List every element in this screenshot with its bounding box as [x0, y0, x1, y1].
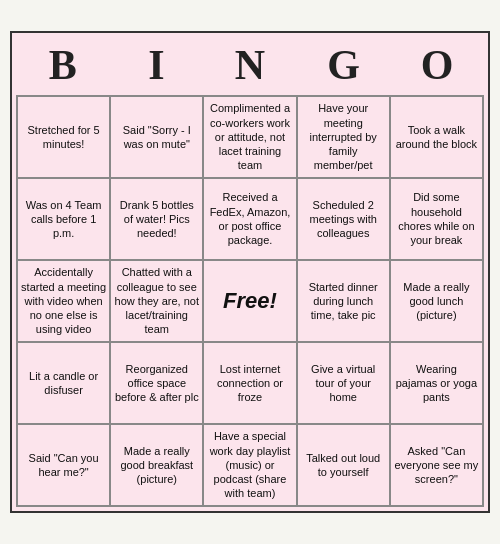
header-letter-o: O: [393, 41, 481, 89]
cell-7[interactable]: Received a FedEx, Amazon, or post office…: [203, 178, 296, 260]
cell-6[interactable]: Drank 5 bottles of water! Pics needed!: [110, 178, 203, 260]
cell-13[interactable]: Started dinner during lunch time, take p…: [297, 260, 390, 342]
cell-free[interactable]: Free!: [203, 260, 296, 342]
cell-14[interactable]: Made a really good lunch (picture): [390, 260, 483, 342]
cell-19[interactable]: Wearing pajamas or yoga pants: [390, 342, 483, 424]
cell-10[interactable]: Accidentally started a meeting with vide…: [17, 260, 110, 342]
cell-24[interactable]: Asked "Can everyone see my screen?": [390, 424, 483, 506]
cell-1[interactable]: Said "Sorry - I was on mute": [110, 96, 203, 178]
cell-20[interactable]: Said "Can you hear me?": [17, 424, 110, 506]
cell-21[interactable]: Made a really good breakfast (picture): [110, 424, 203, 506]
cell-5[interactable]: Was on 4 Team calls before 1 p.m.: [17, 178, 110, 260]
bingo-grid: Stretched for 5 minutes! Said "Sorry - I…: [16, 95, 484, 507]
cell-15[interactable]: Lit a candle or disfuser: [17, 342, 110, 424]
cell-3[interactable]: Have your meeting interrupted by family …: [297, 96, 390, 178]
cell-17[interactable]: Lost internet connection or froze: [203, 342, 296, 424]
header-letter-n: N: [206, 41, 294, 89]
cell-9[interactable]: Did some household chores while on your …: [390, 178, 483, 260]
bingo-header: B I N G O: [16, 37, 484, 95]
header-letter-b: B: [19, 41, 107, 89]
cell-0[interactable]: Stretched for 5 minutes!: [17, 96, 110, 178]
cell-4[interactable]: Took a walk around the block: [390, 96, 483, 178]
cell-23[interactable]: Talked out loud to yourself: [297, 424, 390, 506]
cell-18[interactable]: Give a virtual tour of your home: [297, 342, 390, 424]
cell-8[interactable]: Scheduled 2 meetings with colleagues: [297, 178, 390, 260]
header-letter-i: I: [112, 41, 200, 89]
cell-11[interactable]: Chatted with a colleague to see how they…: [110, 260, 203, 342]
cell-16[interactable]: Reorganized office space before & after …: [110, 342, 203, 424]
cell-22[interactable]: Have a special work day playlist (music)…: [203, 424, 296, 506]
cell-2[interactable]: Complimented a co-workers work or attitu…: [203, 96, 296, 178]
bingo-card: B I N G O Stretched for 5 minutes! Said …: [10, 31, 490, 513]
header-letter-g: G: [300, 41, 388, 89]
